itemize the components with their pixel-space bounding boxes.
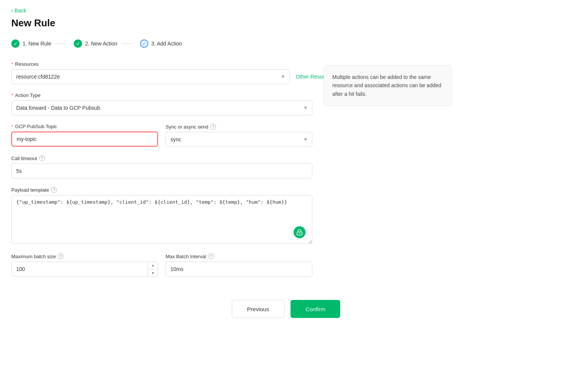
action-buttons: Previous Confirm (11, 300, 561, 318)
call-timeout-label: Call timeout ? (11, 155, 312, 161)
max-batch-interval-group: Max Batch Interval ? (166, 253, 312, 277)
action-type-select-wrapper: Data forward - Data to GCP Pubsub ▼ (11, 100, 312, 115)
stepper: ✓ 1. New Rule ✓ 2. New Action ✓ 3. Add A… (11, 39, 561, 48)
sync-group: Sync or async send ? sync async ▼ (166, 124, 312, 147)
max-batch-size-group: Maximum batch size ? ▲ ▼ (11, 253, 158, 277)
batch-interval-help-icon[interactable]: ? (208, 253, 214, 259)
confirm-button[interactable]: Confirm (291, 300, 341, 318)
call-timeout-input[interactable] (11, 163, 312, 179)
step-2-icon: ✓ (74, 39, 82, 48)
info-card: Multiple actions can be added to the sam… (324, 65, 452, 106)
step-3: ✓ 3. Add Action (140, 39, 205, 48)
sync-select[interactable]: sync async (166, 132, 312, 147)
ai-dots-indicator: ··· (303, 236, 309, 241)
payload-label: Payload template ? (11, 187, 312, 193)
action-type-label: * Action Type (11, 92, 312, 98)
max-batch-interval-input[interactable] (166, 262, 312, 277)
resources-select[interactable]: resource:cfd8122e (11, 69, 290, 84)
sync-label: Sync or async send ? (166, 124, 312, 130)
step-2-label: 2. New Action (85, 41, 117, 47)
call-timeout-help-icon[interactable]: ? (39, 155, 45, 161)
resources-label: * Resources (11, 61, 312, 67)
step-2: ✓ 2. New Action (74, 39, 140, 48)
batch-size-help-icon[interactable]: ? (58, 253, 64, 259)
previous-button[interactable]: Previous (232, 300, 284, 318)
gcp-topic-label: * GCP PubSub Topic (11, 124, 158, 129)
back-label: Back (15, 8, 26, 14)
resources-chevron-icon: ▼ (281, 74, 285, 79)
back-arrow-icon: ‹ (11, 8, 13, 14)
step-1-icon: ✓ (11, 39, 20, 48)
page-title: New Rule (11, 17, 561, 29)
action-type-select[interactable]: Data forward - Data to GCP Pubsub (11, 100, 312, 115)
back-link[interactable]: ‹ Back (11, 8, 26, 14)
info-card-text: Multiple actions can be added to the sam… (332, 74, 441, 97)
batch-size-wrapper: ▲ ▼ (11, 262, 158, 277)
resources-row: resource:cfd8122e ▼ Other Resources (11, 69, 312, 84)
resources-select-wrapper: resource:cfd8122e ▼ (11, 69, 290, 84)
max-batch-size-input[interactable] (11, 262, 158, 277)
gcp-sync-row: * GCP PubSub Topic Sync or async send ? … (11, 124, 312, 155)
max-batch-interval-label: Max Batch Interval ? (166, 253, 312, 259)
step-1-label: 1. New Rule (23, 41, 51, 47)
sync-help-icon[interactable]: ? (210, 124, 216, 130)
action-type-group: * Action Type Data forward - Data to GCP… (11, 92, 312, 115)
batch-size-spinners: ▲ ▼ (148, 262, 158, 277)
gcp-topic-input[interactable] (11, 132, 158, 147)
call-timeout-group: Call timeout ? (11, 155, 312, 179)
payload-group: Payload template ? {"up_timestamp": ${up… (11, 187, 312, 245)
step-1: ✓ 1. New Rule (11, 39, 74, 48)
payload-textarea[interactable]: {"up_timestamp": ${up_timestamp}, "clien… (11, 195, 312, 244)
sync-select-wrapper: sync async ▼ (166, 132, 312, 147)
gcp-topic-group: * GCP PubSub Topic (11, 124, 158, 147)
payload-textarea-wrapper: {"up_timestamp": ${up_timestamp}, "clien… (11, 195, 312, 245)
step-3-label: 3. Add Action (151, 41, 182, 47)
batch-size-up-button[interactable]: ▲ (148, 262, 158, 269)
payload-help-icon[interactable]: ? (51, 187, 57, 193)
batch-size-down-button[interactable]: ▼ (148, 269, 158, 277)
batch-row: Maximum batch size ? ▲ ▼ Max Batch Inter… (11, 253, 312, 285)
max-batch-size-label: Maximum batch size ? (11, 253, 158, 259)
info-panel: Multiple actions can be added to the sam… (324, 61, 561, 285)
svg-point-1 (299, 233, 300, 234)
step-3-icon: ✓ (140, 39, 148, 48)
